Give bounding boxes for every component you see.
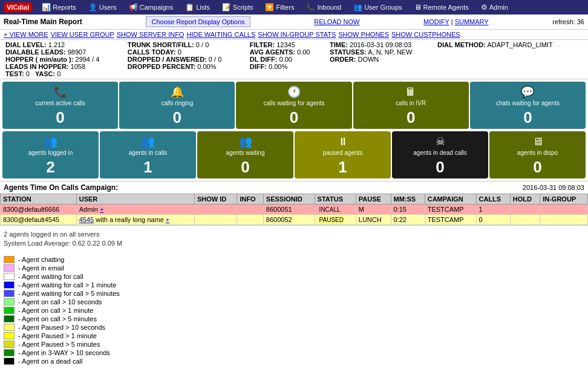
tile4-label: calls in IVR: [396, 100, 426, 107]
legend-color-chatting: [4, 256, 15, 263]
nav-lists[interactable]: 📋 Lists: [180, 2, 215, 13]
tile-calls-in-ivr[interactable]: 🖩 calls in IVR 0: [353, 82, 469, 129]
tile7-label: agents in calls: [129, 149, 167, 157]
calls-today-label: CALLS TODAY:: [128, 48, 176, 56]
modify-link[interactable]: MODIFY | SUMMARY: [423, 18, 489, 25]
tile-agents-dispo[interactable]: 🖥 agents in dispo 0: [489, 131, 586, 178]
campaigns-icon: 📢: [129, 3, 138, 11]
tile3-value: 0: [290, 110, 298, 125]
nav-remote-agents[interactable]: 🖥 Remote Agents: [410, 2, 474, 13]
tile-agents-waiting[interactable]: 👥 agents waiting 0: [197, 131, 293, 178]
nav-admin[interactable]: ⚙ Admin: [476, 2, 513, 13]
col-pause: PAUSE: [356, 194, 391, 204]
time-val: 2016-03-31 09:08:03: [350, 41, 411, 48]
tile-agents-dead-calls[interactable]: ☠ agents in dead calls 0: [392, 131, 488, 178]
tile1-label: current active calls: [35, 100, 85, 107]
cell-station: 8300@default4545: [1, 215, 77, 225]
nav-filters[interactable]: 🔽 Filters: [260, 2, 299, 13]
cell-pause: M: [356, 204, 391, 215]
stats-tiles-row2: 👥 agents logged in 2 👥 agents in calls 1…: [0, 130, 588, 181]
choose-report-button[interactable]: Choose Report Display Options: [146, 16, 250, 27]
nav-user-groups[interactable]: 👥 User Groups: [348, 2, 407, 13]
paused-icon: ⏸: [338, 136, 348, 148]
col-status: STATUS: [315, 194, 356, 204]
tile8-label: agents waiting: [226, 149, 265, 157]
ivr-icon: 🖩: [405, 86, 416, 99]
col-station: STATION: [1, 194, 77, 204]
leads-hopper-val: 1058: [71, 63, 85, 70]
tile2-value: 0: [173, 110, 181, 125]
cell-hold: [510, 204, 540, 215]
col-mmss: MM:SS: [391, 194, 425, 204]
filters-icon: 🔽: [265, 3, 274, 11]
user-groups-icon: 👥: [353, 3, 362, 11]
show-custphones-link[interactable]: SHOW CUSTPHONES: [391, 31, 460, 38]
dead-calls-icon: ☠: [436, 135, 445, 148]
hide-waiting-calls-link[interactable]: HIDE WAITING CALLS: [186, 31, 255, 38]
legend-row-8: - Agent Paused > 10 seconds: [4, 324, 584, 331]
legend-label-3: - Agent waiting for call > 1 minute: [18, 281, 116, 289]
show-phones-link[interactable]: SHOW PHONES: [338, 31, 389, 38]
refresh-display: refresh: 36: [552, 18, 584, 25]
legend-label-9: - Agent Paused > 1 minute: [18, 332, 97, 339]
nav-reports[interactable]: 📊 Reports: [37, 2, 81, 13]
leads-hopper-label: LEADS IN HOPPER:: [5, 63, 69, 70]
tile11-label: agents in dispo: [517, 149, 558, 157]
cell-user[interactable]: Admin +: [76, 204, 194, 215]
user-plus-link[interactable]: +: [166, 216, 169, 223]
nav-scripts[interactable]: 📝 Scripts: [217, 2, 258, 13]
tile10-label: agents in dead calls: [413, 149, 466, 157]
cell-calls: 1: [476, 204, 510, 215]
tile-paused-agents[interactable]: ⏸ paused agents 1: [295, 131, 391, 178]
dropped-answered-label: DROPPED / ANSWERED:: [128, 56, 207, 63]
cell-mmss: 0:22: [391, 215, 425, 225]
tile8-value: 0: [241, 159, 249, 175]
bell-icon: 🔔: [171, 85, 184, 99]
tile6-value: 2: [46, 159, 54, 175]
legend-label-5: - Agent on call > 10 seconds: [18, 298, 102, 306]
agents-table: STATION USER SHOW ID INFO SESSIONID STAT…: [0, 194, 588, 225]
dialable-val: 98907: [68, 48, 87, 56]
nav-users[interactable]: 👤 Users: [83, 2, 122, 13]
user-id-link[interactable]: 4545: [79, 216, 94, 223]
dial-level-label: DIAL LEVEL:: [5, 41, 47, 48]
cell-sessionid: 8600051: [263, 204, 315, 215]
dial-level-val: 1.212: [48, 41, 65, 48]
tile-chats-waiting[interactable]: 💬 chats waiting for agents 0: [470, 82, 586, 129]
table-row: 8300@default4545 4545 with a really long…: [1, 215, 588, 225]
cell-hold: [510, 215, 540, 225]
nav-campaigns[interactable]: 📢 Campaigns: [124, 2, 178, 13]
show-server-info-link[interactable]: SHOW SERVER INFO: [117, 31, 185, 38]
cell-show-id: [194, 215, 237, 225]
cell-status: INCALL: [315, 204, 356, 215]
col-calls: CALLS: [476, 194, 510, 204]
cell-show-id: [194, 204, 237, 215]
legend-row-7: - Agent on call > 5 minutes: [4, 315, 584, 322]
view-user-group-link[interactable]: VIEW USER GROUP: [51, 31, 114, 38]
user-link[interactable]: +: [100, 206, 103, 213]
view-more-link[interactable]: + VIEW MORE: [4, 31, 48, 38]
col-in-group: IN-GROUP: [540, 194, 588, 204]
legend-color-waiting1min: [4, 281, 15, 289]
report-title: Real-Time Main Report: [4, 18, 82, 26]
calls-today-val: 0: [178, 48, 181, 56]
time-label: TIME:: [330, 41, 348, 48]
cell-campaign: TESTCAMP: [425, 215, 476, 225]
hopper-label: HOPPER ( min/auto ):: [5, 56, 73, 63]
legend-color-paused5min: [4, 341, 15, 348]
cell-sessionid: 8600052: [263, 215, 315, 225]
tile-calls-waiting-agents[interactable]: 🕐 calls waiting for agents 0: [236, 82, 351, 129]
inbound-icon: 📞: [306, 3, 315, 11]
tile10-value: 0: [436, 159, 444, 175]
show-in-group-stats-link[interactable]: SHOW IN-GROUP STATS: [258, 31, 336, 38]
nav-inbound[interactable]: 📞 Inbound: [301, 2, 346, 13]
tile-agents-logged-in[interactable]: 👥 agents logged in 2: [2, 131, 99, 178]
tile-calls-ringing[interactable]: 🔔 calls ringing 0: [119, 82, 235, 129]
reload-now-button[interactable]: RELOAD NOW: [314, 18, 359, 25]
yasc-val: 0: [57, 70, 60, 77]
legend-label-7: - Agent on call > 5 minutes: [18, 315, 97, 322]
cell-user[interactable]: 4545 with a really long name +: [76, 215, 194, 225]
cell-info: [237, 204, 263, 215]
tile-current-active-calls[interactable]: 📞 current active calls 0: [2, 82, 118, 129]
tile-agents-in-calls[interactable]: 👥 agents in calls 1: [100, 131, 196, 178]
